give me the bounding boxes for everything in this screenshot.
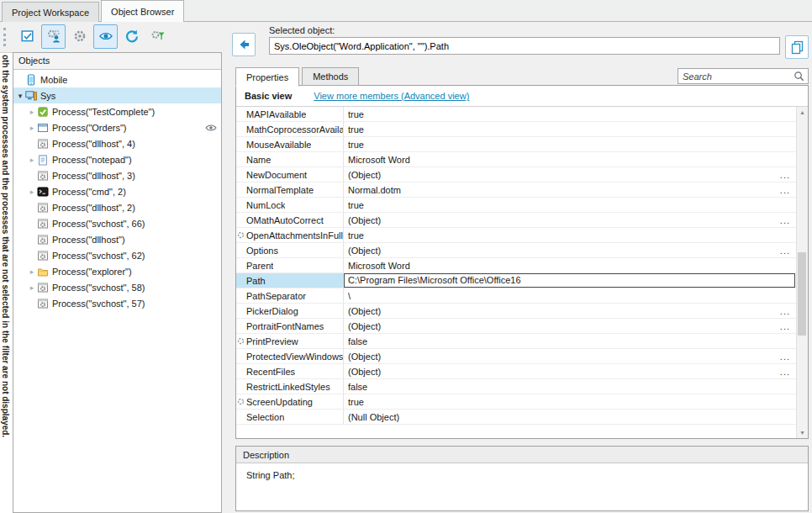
- property-row[interactable]: PathSeparator \ ...: [236, 288, 796, 304]
- tree-item[interactable]: ▸ Process("cmd", 2): [13, 183, 221, 199]
- scrollbar-thumb[interactable]: [798, 252, 806, 336]
- ellipsis-button[interactable]: ...: [774, 352, 796, 362]
- tree-item[interactable]: Process("svchost", 66): [13, 215, 221, 231]
- tab-properties[interactable]: Properties: [235, 67, 299, 87]
- toolbar-button[interactable]: [15, 24, 40, 49]
- toolbar-grip[interactable]: [3, 28, 9, 46]
- property-row[interactable]: NormalTemplate Normal.dotm ...: [236, 182, 796, 198]
- property-row[interactable]: ScreenUpdating true ...: [236, 394, 796, 410]
- property-value-cell: C:\Program Files\Microsoft Office\Office…: [344, 273, 796, 288]
- view-header: Basic view View more members (Advanced v…: [236, 86, 808, 107]
- tree-item-label: Process("dllhost", 2): [52, 203, 135, 213]
- property-name: RestrictLinkedStyles: [246, 382, 330, 392]
- tree-item-label: Process("svchost", 58): [52, 283, 145, 293]
- property-value-cell: Normal.dotm ...: [344, 182, 796, 197]
- tree-item[interactable]: Process("dllhost"): [13, 231, 221, 247]
- expander-icon[interactable]: ▸: [27, 188, 37, 196]
- property-row[interactable]: PrintPreview false ...: [236, 334, 796, 349]
- toolbar-button[interactable]: [119, 24, 144, 49]
- expander-icon[interactable]: ▸: [27, 267, 37, 276]
- ellipsis-button[interactable]: ...: [774, 367, 796, 377]
- tree-item[interactable]: ▾ Sys: [13, 87, 221, 103]
- property-row[interactable]: RecentFiles (Object) ...: [236, 364, 796, 379]
- back-arrow-icon: [236, 37, 251, 52]
- toolbar-button[interactable]: [145, 24, 170, 49]
- selected-object-field[interactable]: [269, 37, 780, 55]
- tree-item[interactable]: Process("dllhost", 2): [13, 199, 221, 215]
- expander-icon[interactable]: ▸: [27, 108, 37, 116]
- property-name-cell: Selection: [236, 410, 344, 424]
- object-browser-window: Project Workspace Object Browser: [0, 0, 812, 513]
- property-row[interactable]: OpenAttachmentsInFull true ...: [236, 228, 796, 243]
- tree-item[interactable]: Process("svchost", 62): [13, 247, 221, 263]
- back-button[interactable]: [232, 33, 256, 56]
- property-value-cell: (Object) ...: [344, 349, 796, 363]
- property-name: Parent: [246, 261, 273, 271]
- object-browser-toolbar: [0, 23, 225, 50]
- ellipsis-button[interactable]: ...: [774, 321, 796, 331]
- tree-item[interactable]: Process("dllhost", 4): [13, 135, 221, 151]
- tree-item[interactable]: ▸ Process("TestComplete"): [13, 103, 221, 119]
- tree-item[interactable]: Mobile: [13, 71, 221, 87]
- visible-eye-icon[interactable]: [205, 124, 217, 132]
- vertical-scrollbar[interactable]: [796, 107, 808, 438]
- property-value: false: [348, 336, 796, 346]
- property-row[interactable]: PickerDialog (Object) ...: [236, 304, 796, 319]
- ellipsis-button[interactable]: ...: [774, 246, 796, 256]
- toolbar-button[interactable]: [41, 24, 66, 49]
- search-icon[interactable]: [794, 71, 804, 82]
- toolbar-button[interactable]: [93, 24, 118, 49]
- property-row[interactable]: NewDocument (Object) ...: [236, 167, 796, 182]
- property-name-cell: ScreenUpdating: [236, 394, 344, 409]
- property-row[interactable]: Parent Microsoft Word ...: [236, 258, 796, 273]
- tree-item[interactable]: Process("dllhost", 3): [13, 167, 221, 183]
- property-row[interactable]: MouseAvailable true ...: [236, 137, 796, 152]
- property-row[interactable]: OMathAutoCorrect (Object) ...: [236, 213, 796, 228]
- property-value-cell: Microsoft Word ...: [344, 258, 796, 272]
- property-name-cell: PathSeparator: [236, 288, 344, 303]
- property-row[interactable]: MAPIAvailable true ...: [236, 107, 796, 122]
- expander-icon[interactable]: ▾: [15, 92, 25, 100]
- scroll-down-icon[interactable]: [797, 427, 808, 438]
- ellipsis-button[interactable]: ...: [774, 215, 796, 225]
- property-row[interactable]: PortraitFontNames (Object) ...: [236, 319, 796, 334]
- scroll-up-icon[interactable]: [797, 107, 808, 118]
- expander-icon[interactable]: ▸: [27, 156, 37, 164]
- property-name: ProtectedViewWindows: [246, 352, 343, 362]
- property-value: Microsoft Word: [348, 261, 796, 271]
- basic-view-label: Basic view: [245, 91, 292, 101]
- search-input[interactable]: [678, 71, 794, 82]
- tree-item[interactable]: ▸ Process("notepad"): [13, 151, 221, 167]
- property-name: Options: [246, 246, 278, 256]
- property-row[interactable]: Options (Object) ...: [236, 243, 796, 258]
- tab-methods[interactable]: Methods: [302, 67, 359, 86]
- advanced-view-link[interactable]: View more members (Advanced view): [314, 91, 469, 101]
- toolbar-button[interactable]: [67, 24, 92, 49]
- expander-icon[interactable]: ▸: [27, 124, 37, 132]
- tree-item[interactable]: Process("svchost", 57): [13, 295, 221, 311]
- tab-object-browser[interactable]: Object Browser: [101, 0, 184, 22]
- property-row[interactable]: RestrictLinkedStyles false ...: [236, 379, 796, 394]
- property-row[interactable]: Path C:\Program Files\Microsoft Office\O…: [236, 273, 796, 288]
- property-value: true: [348, 397, 796, 407]
- writable-marker-icon: [237, 337, 245, 345]
- tab-project-workspace[interactable]: Project Workspace: [2, 2, 99, 22]
- property-value: true: [348, 140, 796, 150]
- tree-item[interactable]: ▸ Process("Orders"): [13, 119, 221, 135]
- expander-icon[interactable]: ▸: [27, 283, 37, 292]
- ellipsis-button[interactable]: ...: [774, 170, 796, 180]
- ellipsis-button[interactable]: ...: [774, 306, 796, 316]
- property-row[interactable]: MathCoprocessorAvaila true ...: [236, 122, 796, 137]
- property-name: MAPIAvailable: [246, 109, 306, 119]
- ellipsis-button[interactable]: ...: [774, 185, 796, 195]
- copy-button[interactable]: [785, 35, 809, 59]
- property-row[interactable]: NumLock true ...: [236, 198, 796, 213]
- tree-item[interactable]: ▸ Process("svchost", 58): [13, 279, 221, 295]
- property-row[interactable]: ProtectedViewWindows (Object) ...: [236, 349, 796, 364]
- tree-item[interactable]: ▸ Process("explorer"): [13, 263, 221, 279]
- property-value-cell: Microsoft Word ...: [344, 152, 796, 167]
- property-name: MathCoprocessorAvaila: [246, 124, 343, 135]
- property-row[interactable]: Selection (Null Object) ...: [236, 410, 796, 425]
- property-value: \: [348, 291, 796, 301]
- property-row[interactable]: Name Microsoft Word ...: [236, 152, 796, 167]
